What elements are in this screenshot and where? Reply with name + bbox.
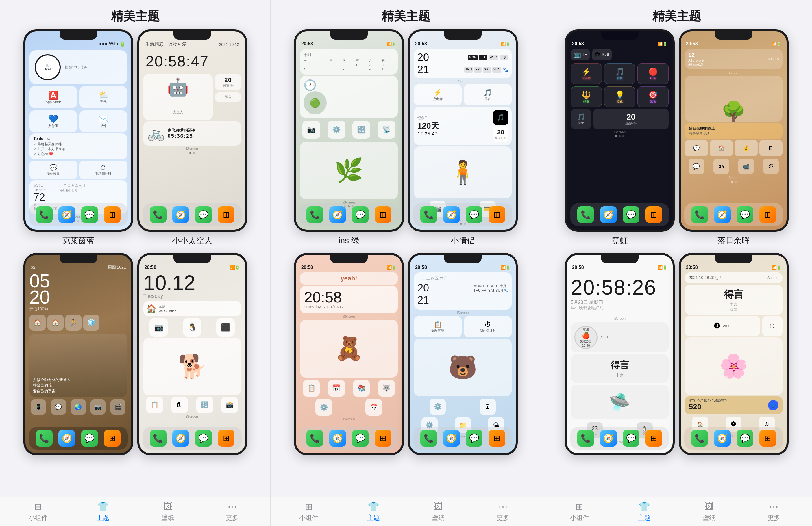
nav-tab-more-2[interactable]: ⋯ 更多 [491,501,514,522]
phone-sunset[interactable]: 20:58 📶🔋 12 A15 Bionic iPhone13 iOS 15 i… [679,29,788,232]
phone-unit-lightblue: 20:58 📶🔋 一 二 三 四 五 六 日 20 MON TUE WED 十月… [408,253,518,455]
section-3-row1: 20:58 📶🔋 📺TV 🗺地图 [541,29,812,246]
dock-phone-kelainlan[interactable]: 📞 [36,206,53,223]
notch-kelainlan [60,31,97,40]
themes-label-1: 主题 [97,514,109,522]
phone-clockwhite[interactable]: 20:58 📶🔋 20:58:26 5月20日 星期四 早午晚都要吃好八 iSc… [565,253,675,455]
section-3-title: 精美主题 [541,0,812,29]
dock-neon: 📞 🧭 💬 ⊞ [570,203,669,226]
phone-name-spaceman: 小小太空人 [172,235,213,246]
notch-minimal [173,255,211,263]
dock-safari-kelainlan[interactable]: 🧭 [58,206,75,223]
notch-pink [330,255,368,263]
phone-unit-spaceman: 生活精彩，万物可爱 202110.12 20:58:47 🤖太空人 [137,29,247,246]
nav-tab-wallpapers-1[interactable]: 🖼 壁纸 [156,501,179,522]
dock-sunset: 📞 🧭 💬 ⊞ [684,203,783,226]
section-2-row2: 20:58 📶🔋 yeah! 20:58 "Tuesday" 2021/10/1… [271,246,541,455]
phone-unit-sunset: 20:58 📶🔋 12 A15 Bionic iPhone13 iOS 15 i… [679,29,788,246]
time-spaceman: 20:58:47 [146,52,239,70]
themes-label-2: 主题 [367,514,380,522]
phone-pink[interactable]: 20:58 📶🔋 yeah! 20:58 "Tuesday" 2021/10/1… [294,253,404,455]
phone-unit-minimal: 20:58 📶🔋 10.12 Tuesday 🏠 家庭 [137,253,247,455]
widgets-label-2: 小组件 [299,514,318,522]
nav-tab-themes-2[interactable]: 👕 主题 [362,501,385,522]
section-3-row2: 20:58 📶🔋 20:58:26 5月20日 星期四 早午晚都要吃好八 iSc… [541,246,812,455]
dock-spaceman: 📞 🧭 💬 ⊞ [143,203,242,226]
widgets-icon-2: ⊞ [305,501,313,512]
themes-icon-2: 👕 [368,501,379,512]
notch-forest [60,255,97,263]
phone-name-neon: 霓虹 [612,235,628,246]
phone-kelainlan[interactable]: ●●●WiFi🔋 🕐时钟 提醒计时时钟 [24,29,133,232]
more-label-1: 更多 [226,514,238,522]
more-label-2: 更多 [497,514,509,522]
themes-icon-1: 👕 [97,501,109,512]
section-1-row1: ●●●WiFi🔋 🕐时钟 提醒计时时钟 [0,29,270,246]
nav-tab-wallpapers-2[interactable]: 🖼 壁纸 [427,501,450,522]
phone-unit-beige: 20:58 📶🔋 2021 10.28 星期四 iScreen 得言 丰言 提醒 [679,253,788,455]
notch-couple [444,31,482,40]
dock-forest: 📞 🧭 💬 ⊞ [29,427,128,450]
wallpapers-label-3: 壁纸 [703,514,715,522]
notch-lightblue [444,255,482,263]
section-1: 精美主题 ●●●WiFi🔋 🕐时钟 [0,0,271,526]
dock-beige: 📞 🧭 💬 ⊞ [684,427,783,450]
widgets-icon-3: ⊞ [576,501,583,512]
notch-insgreen [330,31,368,40]
phone-name-sunset: 落日余晖 [717,235,750,246]
nav-tab-more-1[interactable]: ⋯ 更多 [220,501,244,522]
phone-unit-insgreen: 20:58 📶🔋 十月 一二三四五六日 123 45678910 [294,29,404,246]
nav-tab-themes-1[interactable]: 👕 主题 [91,501,115,522]
dock-minimal: 📞 🧭 💬 ⊞ [143,427,242,450]
phone-couple[interactable]: 20:58 📶🔋 20 MON TUE WED 十月 [408,29,518,232]
section-3: 精美主题 20:58 📶🔋 📺TV [541,0,812,526]
col2-bottom-nav: ⊞ 小组件 👕 主题 🖼 壁纸 ⋯ 更多 [271,497,541,526]
phone-insgreen[interactable]: 20:58 📶🔋 十月 一二三四五六日 123 45678910 [294,29,404,232]
wallpapers-label-2: 壁纸 [432,514,445,522]
phone-beige[interactable]: 20:58 📶🔋 2021 10.28 星期四 iScreen 得言 丰言 提醒 [679,253,788,455]
phone-name-kelainlan: 克莱茵蓝 [62,235,95,246]
phone-unit-neon: 20:58 📶🔋 📺TV 🗺地图 [565,29,675,246]
phone-neon[interactable]: 20:58 📶🔋 📺TV 🗺地图 [565,29,675,232]
nav-tab-widgets-2[interactable]: ⊞ 小组件 [297,501,320,522]
section-2: 精美主题 20:58 📶🔋 十月 一二三四五六日 123 [271,0,541,526]
nav-tab-widgets-1[interactable]: ⊞ 小组件 [27,501,50,522]
dock-pink: 📞 🧭 💬 ⊞ [300,427,398,450]
main-container: 精美主题 ●●●WiFi🔋 🕐时钟 [0,0,812,526]
nav-tab-more-3[interactable]: ⋯ 更多 [762,501,785,522]
col3-bottom-nav: ⊞ 小组件 👕 主题 🖼 壁纸 ⋯ 更多 [541,497,812,526]
phone-unit-forest: 05 周四 2021 05 20 开心100% 🏠 🏠 🏃 🧊 [24,253,133,455]
nav-tab-themes-3[interactable]: 👕 主题 [633,501,656,522]
more-icon-2: ⋯ [498,501,508,512]
widgets-label-1: 小组件 [29,514,48,522]
dock-clockwhite: 📞 🧭 💬 ⊞ [570,427,669,450]
wallpapers-icon-1: 🖼 [163,501,172,512]
phone-lightblue[interactable]: 20:58 📶🔋 一 二 三 四 五 六 日 20 MON TUE WED 十月… [408,253,518,455]
phone-minimal[interactable]: 20:58 📶🔋 10.12 Tuesday 🏠 家庭 [137,253,247,455]
more-icon-3: ⋯ [769,501,779,512]
phone-unit-couple: 20:58 📶🔋 20 MON TUE WED 十月 [408,29,518,246]
dock-msg-kelainlan[interactable]: 💬 [81,206,98,223]
phone-forest[interactable]: 05 周四 2021 05 20 开心100% 🏠 🏠 🏃 🧊 [24,253,133,455]
notch-neon [601,31,639,40]
section-1-row2: 05 周四 2021 05 20 开心100% 🏠 🏠 🏃 🧊 [0,246,270,455]
more-label-3: 更多 [768,514,780,522]
widgets-label-3: 小组件 [570,514,589,522]
more-icon-1: ⋯ [228,501,237,512]
phone-spaceman[interactable]: 生活精彩，万物可爱 202110.12 20:58:47 🤖太空人 [137,29,247,232]
notch-beige [715,255,752,263]
section-2-row1: 20:58 📶🔋 十月 一二三四五六日 123 45678910 [271,29,541,246]
nav-tab-widgets-3[interactable]: ⊞ 小组件 [568,501,591,522]
nav-tab-wallpapers-3[interactable]: 🖼 壁纸 [697,501,721,522]
col1-bottom-nav: ⊞ 小组件 👕 主题 🖼 壁纸 ⋯ 更多 [0,497,270,526]
phone-name-couple: 小情侣 [451,235,475,246]
themes-label-3: 主题 [638,514,651,522]
section-2-title: 精美主题 [271,0,541,29]
notch-sunset [715,31,752,40]
phone-unit-pink: 20:58 📶🔋 yeah! 20:58 "Tuesday" 2021/10/1… [294,253,404,455]
phone-unit-clockwhite: 20:58 📶🔋 20:58:26 5月20日 星期四 早午晚都要吃好八 iSc… [565,253,675,455]
widgets-icon-1: ⊞ [34,501,42,512]
time2-spaceman: 05:36:28 [168,133,196,139]
themes-icon-3: 👕 [639,501,650,512]
dock-grid-kelainlan[interactable]: ⊞ [104,206,120,223]
